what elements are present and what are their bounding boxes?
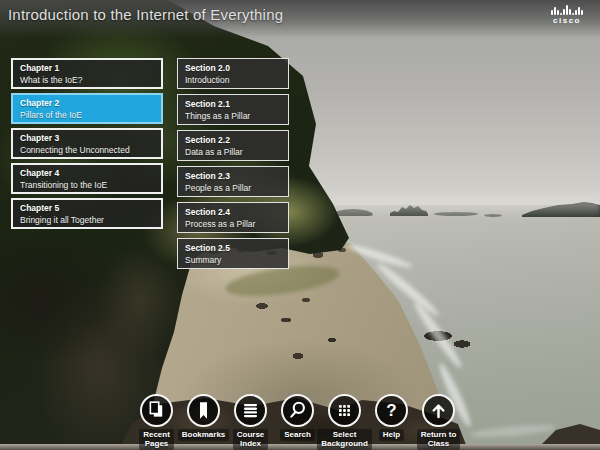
section-button-2-5[interactable]: Section 2.5 Summary [177,238,289,269]
chapter-menu: Chapter 1 What is the IoE? Chapter 2 Pil… [11,58,163,233]
section-button-2-3[interactable]: Section 2.3 People as a Pillar [177,166,289,197]
help-button[interactable]: ? Help [368,394,415,450]
section-title: Things as a Pillar [185,111,284,122]
magnifier-icon [281,394,314,427]
section-button-2-4[interactable]: Section 2.4 Process as a Pillar [177,202,289,233]
chapter-button-5[interactable]: Chapter 5 Bringing it all Together [11,198,163,229]
chapter-button-1[interactable]: Chapter 1 What is the IoE? [11,58,163,89]
toolbar-label: Recent Pages [139,429,174,450]
return-to-class-button[interactable]: Return to Class [415,394,462,450]
section-title: People as a Pillar [185,183,284,194]
bottom-toolbar: Recent Pages Bookmarks [133,394,462,450]
section-label: Section 2.0 [185,63,284,74]
bookmark-icon [187,394,220,427]
section-label: Section 2.3 [185,171,284,182]
section-title: Data as a Pillar [185,147,284,158]
section-label: Section 2.4 [185,207,284,218]
toolbar-label: Return to Class [417,429,461,450]
chapter-button-3[interactable]: Chapter 3 Connecting the Unconnected [11,128,163,159]
pages-icon [140,394,173,427]
list-icon [234,394,267,427]
section-title: Introduction [185,75,284,86]
chapter-title: Connecting the Unconnected [20,145,157,156]
chapter-title: Transitioning to the IoE [20,180,157,191]
section-button-2-1[interactable]: Section 2.1 Things as a Pillar [177,94,289,125]
header-bar: Introduction to the Internet of Everythi… [0,0,600,38]
section-title: Process as a Pillar [185,219,284,230]
course-menu-screen: Introduction to the Internet of Everythi… [0,0,600,450]
chapter-label: Chapter 1 [20,63,157,74]
chapter-title: Pillars of the IoE [20,110,157,121]
section-label: Section 2.1 [185,99,284,110]
toolbar-label: Course Index [233,429,269,450]
section-menu: Section 2.0 Introduction Section 2.1 Thi… [177,58,289,274]
section-label: Section 2.2 [185,135,284,146]
bookmarks-button[interactable]: Bookmarks [180,394,227,450]
section-button-2-0[interactable]: Section 2.0 Introduction [177,58,289,89]
chapter-label: Chapter 3 [20,133,157,144]
course-index-button[interactable]: Course Index [227,394,274,450]
chapter-title: Bringing it all Together [20,215,157,226]
cisco-logo-bars-icon [543,5,591,15]
up-arrow-icon [422,394,455,427]
search-button[interactable]: Search [274,394,321,450]
chapter-button-4[interactable]: Chapter 4 Transitioning to the IoE [11,163,163,194]
chapter-button-2-selected[interactable]: Chapter 2 Pillars of the IoE [11,93,163,124]
chapter-label: Chapter 5 [20,203,157,214]
cisco-logo: cisco [543,5,591,25]
section-title: Summary [185,255,284,266]
cisco-logo-text: cisco [543,16,591,25]
toolbar-label: Bookmarks [178,429,230,441]
section-button-2-2[interactable]: Section 2.2 Data as a Pillar [177,130,289,161]
chapter-label: Chapter 2 [20,98,157,109]
select-background-button[interactable]: Select Background [321,394,368,450]
toolbar-label: Help [379,429,404,441]
recent-pages-button[interactable]: Recent Pages [133,394,180,450]
chapter-label: Chapter 4 [20,168,157,179]
page-title: Introduction to the Internet of Everythi… [8,6,283,23]
section-label: Section 2.5 [185,243,284,254]
chapter-title: What is the IoE? [20,75,157,86]
grid-icon [328,394,361,427]
question-icon: ? [375,394,408,427]
toolbar-label: Select Background [317,429,372,450]
toolbar-label: Search [280,429,315,441]
